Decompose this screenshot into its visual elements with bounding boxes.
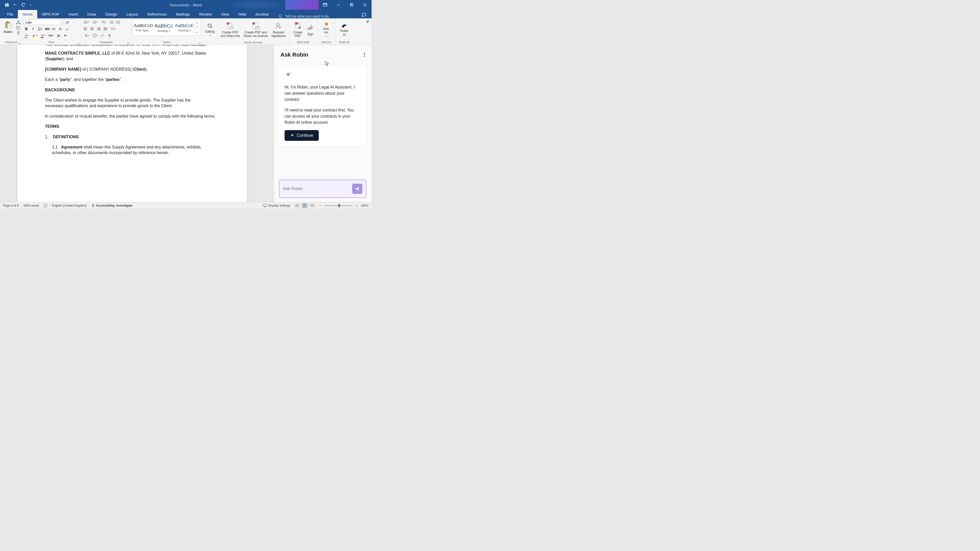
send-button[interactable] xyxy=(352,184,363,194)
scroll-down-icon[interactable]: ▼ xyxy=(195,25,199,30)
print-layout-button[interactable] xyxy=(301,203,308,208)
multilevel-list-button[interactable]: ▾ xyxy=(100,19,108,25)
status-accessibility[interactable]: Accessibility: Investigate xyxy=(91,204,132,207)
document-page[interactable]: This Supplier Agreement (Agreement) is m… xyxy=(18,45,247,202)
change-case-button[interactable]: Aa▾ xyxy=(47,33,55,38)
web-layout-button[interactable] xyxy=(309,203,316,208)
minimize-button[interactable] xyxy=(332,0,345,10)
paste-button[interactable]: Paste▾ xyxy=(2,20,14,36)
tab-help[interactable]: Help xyxy=(234,10,251,18)
close-button[interactable] xyxy=(358,0,372,10)
robin-text-input[interactable] xyxy=(283,186,352,191)
continue-button[interactable]: Continue xyxy=(285,130,319,141)
tab-design[interactable]: Design xyxy=(101,10,122,18)
grow-font-button[interactable]: A▴ xyxy=(56,33,62,38)
shrink-font-button[interactable]: A▾ xyxy=(62,33,68,38)
tab-insert[interactable]: Insert xyxy=(64,10,83,18)
cut-icon[interactable] xyxy=(16,20,21,24)
status-words[interactable]: 2606 words xyxy=(23,204,39,207)
increase-indent-button[interactable] xyxy=(115,19,121,25)
display-settings-button[interactable]: Display Settings xyxy=(263,204,290,207)
align-right-button[interactable] xyxy=(96,26,102,32)
qat-dropdown-icon[interactable]: ▾ xyxy=(30,3,32,6)
text-color-button[interactable]: A▾ xyxy=(40,33,46,38)
expand-gallery-icon[interactable]: ▼ xyxy=(195,30,199,35)
zoom-slider[interactable] xyxy=(325,205,352,206)
style-no-spacing[interactable]: AaBbCcD ¶ No Spac... xyxy=(134,20,153,35)
save-icon[interactable] xyxy=(5,3,9,7)
bullets-button[interactable]: ▾ xyxy=(83,19,90,25)
justify-button[interactable] xyxy=(103,26,108,32)
tab-view[interactable]: View xyxy=(216,10,234,18)
italic-button[interactable]: I xyxy=(30,26,36,32)
zoom-out-button[interactable]: − xyxy=(319,203,321,208)
bold-button[interactable]: B xyxy=(24,26,29,32)
styles-group-label: Styles xyxy=(133,41,201,44)
font-launcher-icon[interactable] xyxy=(77,41,80,44)
read-mode-button[interactable] xyxy=(293,203,301,208)
tell-me-search[interactable]: Tell me what you want to do xyxy=(278,14,329,18)
highlight-button[interactable]: ▾ xyxy=(31,33,38,38)
copy-icon[interactable] xyxy=(16,25,21,30)
tab-layout[interactable]: Layout xyxy=(122,10,143,18)
line-spacing-button[interactable]: ▾ xyxy=(109,26,117,32)
show-marks-button[interactable]: ¶ xyxy=(107,33,112,38)
status-language[interactable]: English (United Kingdom) xyxy=(52,204,86,207)
superscript-button[interactable]: X2 xyxy=(58,26,63,32)
styles-launcher-icon[interactable] xyxy=(199,41,201,44)
doc-background-heading: BACKGROUND xyxy=(45,87,220,93)
clear-formatting-icon[interactable] xyxy=(64,26,70,32)
zoom-slider-thumb[interactable] xyxy=(339,204,340,207)
paragraph-launcher-icon[interactable] xyxy=(127,41,130,44)
style-heading-1[interactable]: AaBbCc Heading 1 xyxy=(154,20,174,35)
format-painter-icon[interactable] xyxy=(16,31,21,36)
redo-icon[interactable] xyxy=(21,3,25,7)
maximize-button[interactable] xyxy=(345,0,358,10)
strikethrough-button[interactable]: abc xyxy=(45,26,50,32)
style-heading-2[interactable]: AaBbCcE Heading 2 xyxy=(174,20,194,35)
robinai-button[interactable]: Robin AI xyxy=(337,19,352,41)
ribbon-display-icon[interactable] xyxy=(318,0,332,10)
clipboard-launcher-icon[interactable] xyxy=(18,41,21,44)
tab-references[interactable]: References xyxy=(143,10,172,18)
spellcheck-icon[interactable] xyxy=(44,204,47,207)
styles-scroll[interactable]: ▲ ▼ ▼ xyxy=(195,20,199,35)
decrease-indent-button[interactable] xyxy=(109,19,115,25)
addins-button[interactable]: Add-ins▾ xyxy=(319,19,334,41)
document-scroll-area[interactable]: This Supplier Agreement (Agreement) is m… xyxy=(0,45,274,202)
zoom-level[interactable]: 100% xyxy=(361,204,369,207)
request-signatures-button[interactable]: Request Signatures xyxy=(270,19,287,41)
pin-ribbon-icon[interactable] xyxy=(366,20,369,24)
underline-button[interactable]: U▾ xyxy=(37,26,43,32)
sort-button[interactable]: AZ xyxy=(100,33,106,38)
comments-icon[interactable] xyxy=(361,13,366,18)
tab-review[interactable]: Review xyxy=(195,10,216,18)
font-name-select[interactable]: Lato▾ xyxy=(24,19,63,25)
borders-button[interactable]: ▾ xyxy=(91,33,99,38)
tab-wps-pdf[interactable]: WPS PDF xyxy=(37,10,64,18)
undo-icon[interactable] xyxy=(12,3,18,7)
tab-mailings[interactable]: Mailings xyxy=(172,10,195,18)
subscript-button[interactable]: X2 xyxy=(51,26,57,32)
font-size-select[interactable]: 10▾ xyxy=(64,19,75,25)
robin-input-container[interactable] xyxy=(279,179,366,198)
file-tab[interactable]: File xyxy=(3,10,18,18)
tab-acrobat[interactable]: Acrobat xyxy=(251,10,273,18)
numbering-button[interactable]: 123▾ xyxy=(91,19,99,25)
tab-home[interactable]: Home xyxy=(18,10,37,18)
tab-draw[interactable]: Draw xyxy=(83,10,101,18)
more-options-icon[interactable] xyxy=(364,53,365,57)
align-left-button[interactable] xyxy=(83,26,88,32)
wps-sign-button[interactable]: Sign xyxy=(305,19,316,41)
create-pdf-outlook-button[interactable]: PDF Create PDF and Share via Outlook xyxy=(242,19,270,41)
align-center-button[interactable] xyxy=(89,26,95,32)
styles-gallery[interactable]: AaBbCcD ¶ No Spac... AaBbCc Heading 1 Aa… xyxy=(133,19,201,36)
create-pdf-share-link-button[interactable]: PDF Create PDF and Share link xyxy=(219,19,242,41)
scroll-up-icon[interactable]: ▲ xyxy=(195,20,199,25)
zoom-in-button[interactable]: + xyxy=(355,203,358,208)
shading-button[interactable]: ▾ xyxy=(83,33,90,38)
status-page[interactable]: Page 4 of 8 xyxy=(3,204,19,207)
editing-button[interactable]: Editing▾ xyxy=(204,19,216,41)
font-color-button[interactable]: A▾ xyxy=(24,33,30,38)
wps-create-pdf-button[interactable]: PDF+ Create PDF xyxy=(290,19,305,41)
